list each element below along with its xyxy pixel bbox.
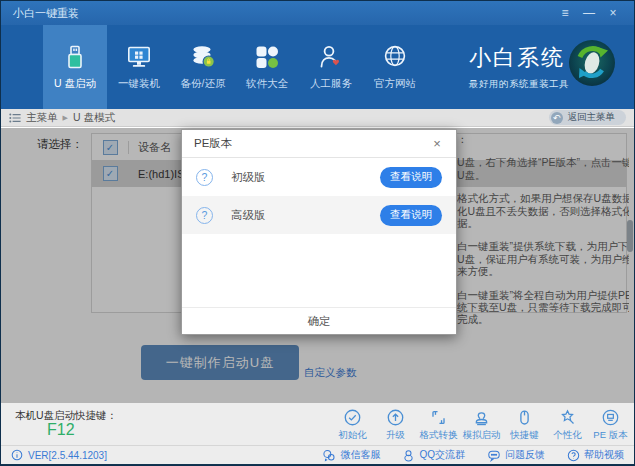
tool-buttons: 初始化 升级 格式转换 bbox=[331, 403, 632, 445]
arrow-up-circle-icon bbox=[386, 408, 405, 427]
person-heart-icon bbox=[318, 44, 344, 70]
help-videos-link[interactable]: 帮助视频 bbox=[567, 448, 624, 462]
pe-version-dialog: PE版本 × ? 初级版 查看说明 ? 高级版 查看说明 确定 bbox=[181, 129, 457, 335]
breadcrumb-bar: 主菜单 ▶ U 盘模式 ↶ 返回主菜单 bbox=[1, 109, 634, 127]
mouse-icon bbox=[515, 408, 534, 427]
qq-penguin-icon bbox=[402, 449, 415, 462]
tool-format-convert[interactable]: 格式转换 bbox=[417, 403, 460, 445]
info-icon bbox=[11, 449, 23, 461]
convert-brackets-icon bbox=[429, 408, 448, 427]
version-info: VER[2.5.44.1203] bbox=[11, 449, 107, 461]
tool-label: 格式转换 bbox=[420, 429, 458, 442]
brand-logo-icon bbox=[567, 38, 617, 88]
tool-label: 模拟启动 bbox=[463, 429, 501, 442]
feedback-link[interactable]: 问题反馈 bbox=[487, 448, 545, 462]
monitor-icon bbox=[126, 44, 152, 70]
tool-personalize[interactable]: 个性化 bbox=[546, 403, 589, 445]
dialog-close-icon[interactable]: × bbox=[430, 136, 444, 151]
nav-item-label: 备份/还原 bbox=[181, 77, 226, 91]
tool-hotkeys[interactable]: 快捷键 bbox=[503, 403, 546, 445]
tool-label: PE 版本 bbox=[593, 429, 627, 442]
status-link-label: 帮助视频 bbox=[584, 448, 624, 462]
nav-item-label: U 盘启动 bbox=[54, 77, 96, 91]
close-icon[interactable]: × bbox=[604, 5, 622, 21]
usb-drive-icon bbox=[62, 44, 88, 70]
nav-item-label: 软件大全 bbox=[246, 77, 288, 91]
bottom-panel: 本机U盘启动快捷键： F12 初始化 升级 bbox=[1, 403, 634, 445]
apps-grid-icon bbox=[254, 44, 280, 70]
tool-initialize[interactable]: 初始化 bbox=[331, 403, 374, 445]
version-text: VER[2.5.44.1203] bbox=[28, 450, 107, 461]
view-info-button[interactable]: 查看说明 bbox=[380, 205, 442, 226]
tool-label: 初始化 bbox=[338, 429, 367, 442]
window-controls: ≡ — × bbox=[556, 5, 622, 21]
nav-item-label: 人工服务 bbox=[310, 77, 352, 91]
pe-option-label: 高级版 bbox=[231, 208, 266, 223]
view-info-button[interactable]: 查看说明 bbox=[380, 167, 442, 188]
question-icon: ? bbox=[196, 207, 213, 224]
dialog-title: PE版本 bbox=[194, 136, 232, 151]
back-arrow-icon: ↶ bbox=[551, 112, 563, 124]
tool-label: 升级 bbox=[386, 429, 405, 442]
dialog-header: PE版本 × bbox=[182, 130, 456, 158]
pe-disc-icon bbox=[601, 408, 620, 427]
qq-group-link[interactable]: QQ交流群 bbox=[402, 448, 465, 462]
pe-option-row-basic[interactable]: ? 初级版 查看说明 bbox=[182, 158, 456, 196]
menu-icon[interactable]: ≡ bbox=[556, 5, 574, 21]
tool-label: 个性化 bbox=[553, 429, 582, 442]
nav-item-software[interactable]: 软件大全 bbox=[235, 25, 299, 109]
nav-item-usb-boot[interactable]: U 盘启动 bbox=[43, 25, 107, 109]
status-link-label: 微信客服 bbox=[340, 448, 380, 462]
database-icon bbox=[190, 44, 216, 70]
tool-upgrade[interactable]: 升级 bbox=[374, 403, 417, 445]
question-icon: ? bbox=[196, 169, 213, 186]
brand-area: 小白系统 最好用的系统重装工具 bbox=[469, 25, 569, 109]
tool-simulate-boot[interactable]: 模拟启动 bbox=[460, 403, 503, 445]
pe-option-label: 初级版 bbox=[231, 170, 266, 185]
minimize-icon[interactable]: — bbox=[580, 5, 598, 21]
status-bar: VER[2.5.44.1203] 微信客服 QQ交流群 bbox=[1, 445, 634, 464]
star-seal-icon bbox=[558, 408, 577, 427]
breadcrumb-root[interactable]: 主菜单 bbox=[26, 111, 58, 125]
back-button-label: 返回主菜单 bbox=[568, 111, 616, 124]
breadcrumb-current: U 盘模式 bbox=[73, 111, 115, 125]
window-title: 小白一键重装 bbox=[13, 6, 79, 21]
check-circle-icon bbox=[343, 408, 362, 427]
nav-item-website[interactable]: 官方网站 bbox=[363, 25, 427, 109]
nav-item-support[interactable]: 人工服务 bbox=[299, 25, 363, 109]
pe-option-row-advanced[interactable]: ? 高级版 查看说明 bbox=[182, 196, 456, 234]
app-window: 小白一键重装 ≡ — × U 盘启动 bbox=[0, 0, 635, 466]
tool-pe-version[interactable]: PE 版本 bbox=[589, 403, 632, 445]
nav-item-one-click-install[interactable]: 一键装机 bbox=[107, 25, 171, 109]
wechat-icon bbox=[322, 449, 336, 462]
question-circle-icon bbox=[567, 449, 580, 462]
status-link-label: 问题反馈 bbox=[505, 448, 545, 462]
brand-name: 小白系统 bbox=[469, 43, 569, 73]
status-link-label: QQ交流群 bbox=[419, 448, 465, 462]
stamp-icon bbox=[472, 408, 491, 427]
nav-item-backup-restore[interactable]: 备份/还原 bbox=[171, 25, 235, 109]
hotkey-value: F12 bbox=[47, 421, 75, 439]
nav-item-label: 官方网站 bbox=[374, 77, 416, 91]
speech-bubble-icon bbox=[487, 449, 501, 462]
title-bar: 小白一键重装 ≡ — × bbox=[1, 1, 634, 25]
breadcrumb-separator: ▶ bbox=[63, 114, 68, 122]
list-icon bbox=[9, 113, 21, 123]
globe-icon bbox=[382, 44, 408, 70]
wechat-service-link[interactable]: 微信客服 bbox=[322, 448, 380, 462]
brand-tagline: 最好用的系统重装工具 bbox=[469, 78, 569, 91]
dialog-ok-button[interactable]: 确定 bbox=[182, 307, 456, 334]
tool-label: 快捷键 bbox=[510, 429, 539, 442]
nav-item-label: 一键装机 bbox=[118, 77, 160, 91]
back-to-main-menu-button[interactable]: ↶ 返回主菜单 bbox=[549, 110, 627, 125]
status-links: 微信客服 QQ交流群 问题反馈 bbox=[322, 448, 624, 462]
